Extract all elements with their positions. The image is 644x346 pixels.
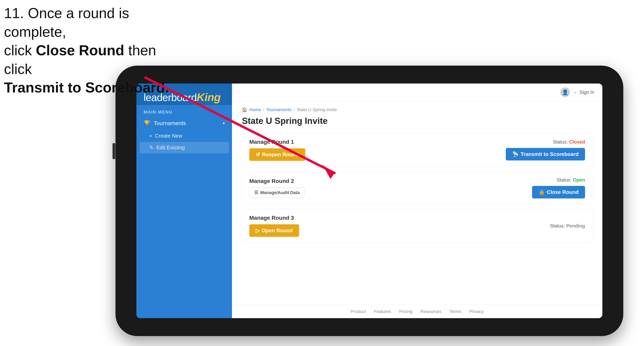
instruction-text: 11. Once a round is complete, click Clos…	[4, 4, 183, 97]
round-2-title: Manage Round 2	[249, 178, 305, 184]
sidebar-create-new[interactable]: + Create New	[136, 130, 232, 142]
round-3-section: Manage Round 3 ▷ Open Round Status: Pend…	[242, 209, 592, 243]
instruction-transmit-bold: Transmit to Scoreboard.	[4, 80, 169, 95]
round-3-status-value: Pending	[566, 223, 585, 228]
tablet-frame: leaderboardKing MAIN MENU 🏆 Tournaments …	[116, 66, 623, 336]
instruction-line2-pre: click	[4, 42, 36, 58]
round-1-right: Status: Closed 📡 Transmit to Scoreboard	[506, 139, 585, 161]
instruction-close-round-bold: Close Round	[36, 42, 124, 58]
sidebar-edit-existing[interactable]: ✎ Edit Existing	[140, 142, 229, 154]
round-3-left: Manage Round 3 ▷ Open Round	[249, 215, 299, 237]
transmit-icon: 📡	[512, 151, 518, 157]
tablet-screen: leaderboardKing MAIN MENU 🏆 Tournaments …	[136, 84, 602, 318]
footer-features[interactable]: Features	[374, 309, 391, 314]
trophy-icon: 🏆	[144, 120, 150, 127]
page-title: State U Spring Invite	[242, 116, 592, 126]
manage-audit-label: Manage/Audit Data	[260, 190, 300, 195]
footer-terms[interactable]: Terms	[450, 309, 462, 314]
breadcrumb-current: State U Spring Invite	[297, 107, 337, 112]
round-2-status: Status: Open	[556, 177, 585, 183]
round-1-status: Status: Closed	[553, 139, 585, 145]
transmit-scoreboard-button[interactable]: 📡 Transmit to Scoreboard	[506, 148, 585, 161]
round-2-section: Manage Round 2 ☰ Manage/Audit Data Statu…	[242, 172, 592, 204]
breadcrumb: 🏠 Home / Tournaments / State U Spring In…	[242, 107, 592, 112]
sidebar: leaderboardKing MAIN MENU 🏆 Tournaments …	[136, 84, 232, 318]
round-3-status-label: Status:	[550, 223, 565, 228]
main-content: 👤 → Sign In 🏠 Home / Tournaments /	[232, 84, 602, 318]
instruction-line1: 11. Once a round is complete,	[4, 5, 129, 40]
sign-in-label: Sign In	[580, 89, 594, 95]
sign-in-area[interactable]: 👤 → Sign In	[560, 87, 594, 97]
round-1-section: Manage Round 1 ↺ Reopen Round Status: Cl…	[242, 133, 592, 167]
round-3-status: Status: Pending	[550, 223, 585, 229]
reopen-icon: ↺	[256, 152, 260, 158]
app-layout: leaderboardKing MAIN MENU 🏆 Tournaments …	[136, 84, 602, 318]
round-2-left: Manage Round 2 ☰ Manage/Audit Data	[249, 178, 305, 198]
breadcrumb-sep-2: /	[294, 107, 295, 112]
footer-privacy[interactable]: Privacy	[469, 309, 484, 314]
create-new-label: Create New	[155, 133, 182, 139]
round-1-status-value: Closed	[569, 139, 585, 145]
top-bar: 👤 → Sign In	[232, 84, 602, 101]
home-icon: 🏠	[242, 107, 247, 112]
round-1-title: Manage Round 1	[249, 139, 305, 145]
manage-audit-button[interactable]: ☰ Manage/Audit Data	[249, 187, 305, 198]
content-area: 🏠 Home / Tournaments / State U Spring In…	[232, 101, 602, 305]
user-icon: 👤	[562, 89, 568, 95]
chevron-down-icon: ▾	[223, 121, 225, 126]
lock-icon: 🔒	[538, 189, 545, 195]
round-3-title: Manage Round 3	[249, 215, 299, 221]
footer-product[interactable]: Product	[351, 309, 366, 314]
round-1-status-label: Status:	[553, 139, 568, 145]
close-round-label: Close Round	[547, 189, 579, 195]
open-round-label: Open Round	[262, 227, 293, 234]
logo-part2: King	[197, 91, 221, 103]
round-2-status-label: Status:	[556, 177, 572, 182]
reopen-round-label: Reopen Round	[262, 152, 299, 158]
round-1-left: Manage Round 1 ↺ Reopen Round	[249, 139, 305, 161]
manage-icon: ☰	[254, 190, 258, 195]
reopen-round-button[interactable]: ↺ Reopen Round	[249, 148, 305, 161]
main-menu-label: MAIN MENU	[136, 106, 232, 116]
open-round-button[interactable]: ▷ Open Round	[249, 224, 299, 237]
sidebar-tournaments-label: Tournaments	[154, 120, 186, 127]
avatar: 👤	[560, 87, 570, 97]
footer-pricing[interactable]: Pricing	[399, 309, 412, 314]
footer-resources[interactable]: Resources	[420, 309, 441, 314]
transmit-scoreboard-label: Transmit to Scoreboard	[520, 151, 579, 157]
round-3-right: Status: Pending	[550, 223, 585, 229]
open-round-icon: ▷	[256, 227, 260, 234]
breadcrumb-sep-1: /	[263, 107, 264, 112]
footer: Product Features Pricing Resources Terms…	[232, 305, 602, 318]
edit-existing-label: Edit Existing	[156, 145, 185, 151]
round-2-status-value: Open	[573, 177, 585, 182]
breadcrumb-home[interactable]: Home	[249, 107, 261, 112]
close-round-button[interactable]: 🔒 Close Round	[532, 186, 585, 198]
breadcrumb-tournaments[interactable]: Tournaments	[266, 107, 292, 112]
sign-in-arrow-icon: →	[572, 89, 577, 95]
plus-icon: +	[149, 133, 152, 139]
edit-icon: ✎	[149, 145, 154, 151]
sidebar-item-tournaments[interactable]: 🏆 Tournaments ▾	[136, 116, 232, 130]
tablet-side-button	[112, 143, 115, 159]
round-2-right: Status: Open 🔒 Close Round	[532, 177, 585, 198]
